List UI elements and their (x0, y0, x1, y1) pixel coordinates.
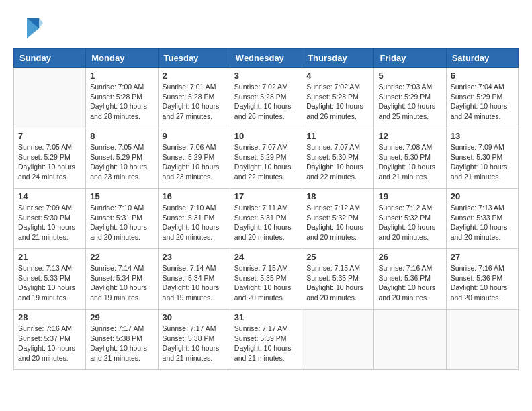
calendar-cell: 10Sunrise: 7:07 AMSunset: 5:29 PMDayligh… (230, 128, 302, 189)
weekday-header: Friday (374, 49, 446, 68)
weekday-header: Wednesday (230, 49, 302, 68)
calendar-cell: 27Sunrise: 7:16 AMSunset: 5:36 PMDayligh… (446, 249, 518, 310)
calendar-cell: 28Sunrise: 7:16 AMSunset: 5:37 PMDayligh… (14, 310, 86, 370)
calendar-cell: 22Sunrise: 7:14 AMSunset: 5:34 PMDayligh… (86, 249, 158, 310)
day-info: Sunrise: 7:16 AMSunset: 5:36 PMDaylight:… (451, 263, 514, 303)
calendar-cell: 24Sunrise: 7:15 AMSunset: 5:35 PMDayligh… (230, 249, 302, 310)
day-number: 27 (451, 252, 514, 262)
calendar-cell: 15Sunrise: 7:10 AMSunset: 5:31 PMDayligh… (86, 189, 158, 249)
calendar-table: SundayMondayTuesdayWednesdayThursdayFrid… (13, 48, 519, 370)
day-number: 3 (234, 71, 298, 81)
calendar-cell (302, 310, 374, 370)
day-number: 17 (234, 191, 298, 201)
day-info: Sunrise: 7:16 AMSunset: 5:36 PMDaylight:… (378, 263, 441, 303)
day-info: Sunrise: 7:05 AMSunset: 5:29 PMDaylight:… (90, 142, 153, 182)
day-info: Sunrise: 7:10 AMSunset: 5:31 PMDaylight:… (90, 203, 153, 242)
calendar-week-row: 1Sunrise: 7:00 AMSunset: 5:28 PMDaylight… (14, 68, 519, 128)
day-info: Sunrise: 7:17 AMSunset: 5:38 PMDaylight:… (90, 324, 153, 363)
calendar-cell: 30Sunrise: 7:17 AMSunset: 5:38 PMDayligh… (158, 310, 230, 370)
day-number: 24 (234, 252, 298, 262)
calendar-cell (14, 68, 86, 128)
calendar-cell: 6Sunrise: 7:04 AMSunset: 5:29 PMDaylight… (446, 68, 518, 128)
day-number: 31 (234, 312, 298, 322)
day-number: 19 (378, 191, 441, 201)
calendar-cell: 31Sunrise: 7:17 AMSunset: 5:39 PMDayligh… (230, 310, 302, 370)
weekday-header: Saturday (446, 49, 518, 68)
calendar-cell: 11Sunrise: 7:07 AMSunset: 5:30 PMDayligh… (302, 128, 374, 189)
calendar-cell: 7Sunrise: 7:05 AMSunset: 5:29 PMDaylight… (14, 128, 86, 189)
day-info: Sunrise: 7:03 AMSunset: 5:29 PMDaylight:… (378, 82, 441, 122)
day-info: Sunrise: 7:10 AMSunset: 5:31 PMDaylight:… (163, 203, 226, 242)
calendar-cell: 29Sunrise: 7:17 AMSunset: 5:38 PMDayligh… (86, 310, 158, 370)
calendar-cell: 18Sunrise: 7:12 AMSunset: 5:32 PMDayligh… (302, 189, 374, 249)
header (13, 13, 519, 42)
day-info: Sunrise: 7:16 AMSunset: 5:37 PMDaylight:… (18, 324, 81, 363)
day-info: Sunrise: 7:09 AMSunset: 5:30 PMDaylight:… (451, 142, 514, 182)
day-info: Sunrise: 7:07 AMSunset: 5:30 PMDaylight:… (306, 142, 369, 182)
calendar-cell: 5Sunrise: 7:03 AMSunset: 5:29 PMDaylight… (374, 68, 446, 128)
logo (13, 13, 46, 42)
calendar-cell: 20Sunrise: 7:13 AMSunset: 5:33 PMDayligh… (446, 189, 518, 249)
day-number: 20 (451, 191, 514, 201)
day-number: 14 (18, 191, 81, 201)
day-info: Sunrise: 7:13 AMSunset: 5:33 PMDaylight:… (18, 263, 81, 303)
day-info: Sunrise: 7:08 AMSunset: 5:30 PMDaylight:… (378, 142, 441, 182)
day-info: Sunrise: 7:14 AMSunset: 5:34 PMDaylight:… (163, 263, 226, 303)
day-number: 22 (90, 252, 153, 262)
calendar-cell: 14Sunrise: 7:09 AMSunset: 5:30 PMDayligh… (14, 189, 86, 249)
calendar-week-row: 28Sunrise: 7:16 AMSunset: 5:37 PMDayligh… (14, 310, 519, 370)
calendar-cell: 23Sunrise: 7:14 AMSunset: 5:34 PMDayligh… (158, 249, 230, 310)
day-number: 21 (18, 252, 81, 262)
calendar-cell: 25Sunrise: 7:15 AMSunset: 5:35 PMDayligh… (302, 249, 374, 310)
day-number: 8 (90, 131, 153, 141)
day-number: 29 (90, 312, 153, 322)
day-number: 5 (378, 71, 441, 81)
day-number: 13 (451, 131, 514, 141)
day-info: Sunrise: 7:04 AMSunset: 5:29 PMDaylight:… (451, 82, 514, 122)
day-number: 12 (378, 131, 441, 141)
day-info: Sunrise: 7:02 AMSunset: 5:28 PMDaylight:… (234, 82, 298, 122)
day-info: Sunrise: 7:12 AMSunset: 5:32 PMDaylight:… (306, 203, 369, 242)
weekday-header: Monday (86, 49, 158, 68)
calendar-cell: 9Sunrise: 7:06 AMSunset: 5:29 PMDaylight… (158, 128, 230, 189)
day-number: 25 (306, 252, 369, 262)
day-info: Sunrise: 7:11 AMSunset: 5:31 PMDaylight:… (234, 203, 298, 242)
day-info: Sunrise: 7:00 AMSunset: 5:28 PMDaylight:… (90, 82, 153, 122)
calendar-week-row: 21Sunrise: 7:13 AMSunset: 5:33 PMDayligh… (14, 249, 519, 310)
day-number: 30 (163, 312, 226, 322)
calendar-cell: 3Sunrise: 7:02 AMSunset: 5:28 PMDaylight… (230, 68, 302, 128)
day-number: 10 (234, 131, 298, 141)
calendar-cell: 4Sunrise: 7:02 AMSunset: 5:28 PMDaylight… (302, 68, 374, 128)
day-info: Sunrise: 7:15 AMSunset: 5:35 PMDaylight:… (234, 263, 298, 303)
weekday-header: Sunday (14, 49, 86, 68)
calendar-week-row: 7Sunrise: 7:05 AMSunset: 5:29 PMDaylight… (14, 128, 519, 189)
logo-icon (13, 15, 43, 42)
weekday-header: Tuesday (158, 49, 230, 68)
day-info: Sunrise: 7:01 AMSunset: 5:28 PMDaylight:… (163, 82, 226, 122)
calendar-cell: 21Sunrise: 7:13 AMSunset: 5:33 PMDayligh… (14, 249, 86, 310)
calendar-cell: 1Sunrise: 7:00 AMSunset: 5:28 PMDaylight… (86, 68, 158, 128)
calendar-cell (446, 310, 518, 370)
day-info: Sunrise: 7:17 AMSunset: 5:38 PMDaylight:… (163, 324, 226, 363)
day-info: Sunrise: 7:02 AMSunset: 5:28 PMDaylight:… (306, 82, 369, 122)
day-info: Sunrise: 7:12 AMSunset: 5:32 PMDaylight:… (378, 203, 441, 242)
day-info: Sunrise: 7:06 AMSunset: 5:29 PMDaylight:… (163, 142, 226, 182)
day-number: 11 (306, 131, 369, 141)
calendar-cell: 16Sunrise: 7:10 AMSunset: 5:31 PMDayligh… (158, 189, 230, 249)
weekday-header: Thursday (302, 49, 374, 68)
day-info: Sunrise: 7:15 AMSunset: 5:35 PMDaylight:… (306, 263, 369, 303)
day-info: Sunrise: 7:13 AMSunset: 5:33 PMDaylight:… (451, 203, 514, 242)
day-number: 2 (163, 71, 226, 81)
day-info: Sunrise: 7:05 AMSunset: 5:29 PMDaylight:… (18, 142, 81, 182)
weekday-header-row: SundayMondayTuesdayWednesdayThursdayFrid… (14, 49, 519, 68)
day-number: 6 (451, 71, 514, 81)
calendar-cell: 26Sunrise: 7:16 AMSunset: 5:36 PMDayligh… (374, 249, 446, 310)
day-number: 26 (378, 252, 441, 262)
day-number: 18 (306, 191, 369, 201)
day-number: 4 (306, 71, 369, 81)
calendar-cell: 13Sunrise: 7:09 AMSunset: 5:30 PMDayligh… (446, 128, 518, 189)
day-number: 9 (163, 131, 226, 141)
day-number: 23 (163, 252, 226, 262)
day-number: 7 (18, 131, 81, 141)
calendar-cell: 17Sunrise: 7:11 AMSunset: 5:31 PMDayligh… (230, 189, 302, 249)
